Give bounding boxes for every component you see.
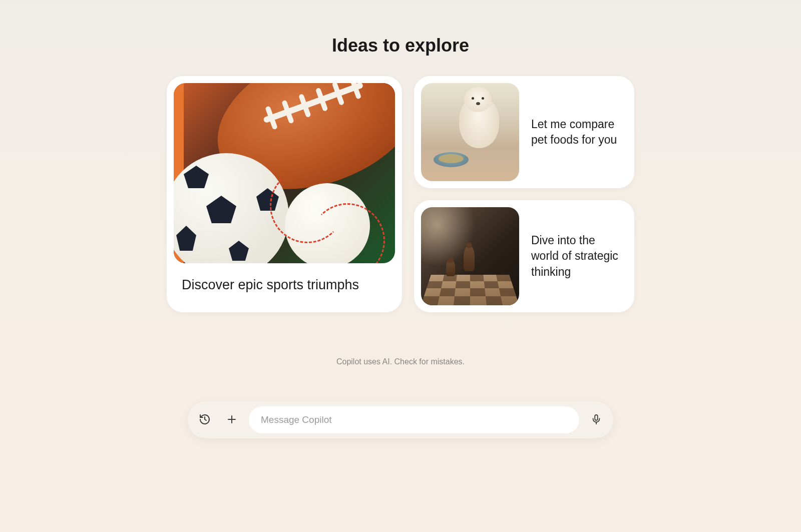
ai-disclaimer: Copilot uses AI. Check for mistakes. [336,357,465,366]
sports-balls-illustration [174,83,395,263]
message-input-bar [188,401,613,438]
chess-board-painting [421,207,519,305]
history-icon [199,413,211,427]
idea-card-title: Let me compare pet foods for you [531,117,627,148]
message-input[interactable] [249,406,579,433]
dog-food-bowl-painting [421,83,519,181]
idea-card-title: Dive into the world of strategic thinkin… [531,233,627,279]
microphone-button[interactable] [586,410,606,430]
idea-card-pet-foods[interactable]: Let me compare pet foods for you [414,76,634,188]
history-button[interactable] [195,410,215,430]
idea-card-sports[interactable]: Discover epic sports triumphs [167,76,402,312]
svg-rect-2 [595,414,598,420]
idea-card-strategic-thinking[interactable]: Dive into the world of strategic thinkin… [414,200,634,312]
microphone-icon [591,414,602,426]
small-cards-column: Let me compare pet foods for you [414,76,634,312]
cards-container: Discover epic sports triumphs [167,76,634,312]
idea-card-title: Discover epic sports triumphs [174,263,395,303]
page-title: Ideas to explore [332,35,469,56]
plus-icon [226,413,238,427]
add-button[interactable] [222,410,242,430]
